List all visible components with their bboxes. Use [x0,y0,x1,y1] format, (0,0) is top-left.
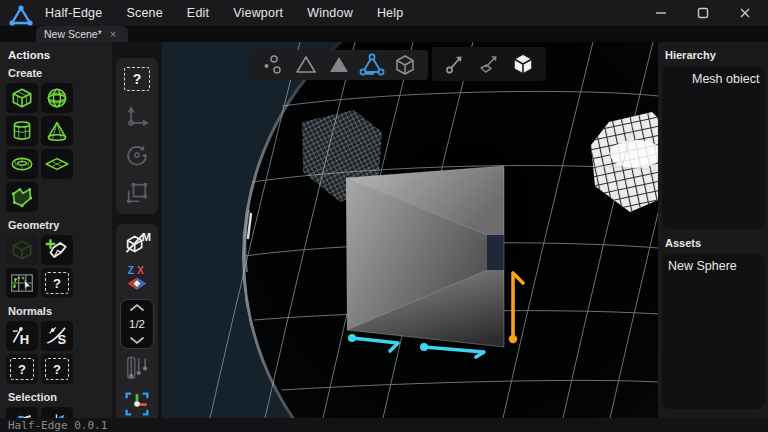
vertex-mode-icon [262,54,284,76]
tab-close-icon[interactable]: × [110,29,116,40]
menu-half-edge[interactable]: Half-Edge [45,6,102,20]
vertex-sliders-icon [123,354,151,384]
svg-text:M: M [142,231,151,243]
normals-unknown-button-2[interactable]: ? [41,354,73,384]
create-cylinder-button[interactable] [6,116,38,146]
rotate-icon [124,142,150,168]
move-icon [124,104,150,130]
menu-bar: Half-Edge Scene Edit Viewport Window Hel… [45,6,403,20]
display-mode-toolbar [432,47,546,81]
section-label-normals: Normals [8,305,106,317]
sphere-icon [44,86,70,110]
torus-icon [9,152,35,176]
selection-grow-edge-button[interactable] [6,407,38,418]
selected-face[interactable] [487,235,504,270]
menu-window[interactable]: Window [307,6,353,20]
extruded-face-frustum[interactable] [346,166,504,347]
chevron-down-icon [129,336,145,345]
edit-face-grid-icon [9,271,35,295]
maximize-button[interactable] [686,2,720,24]
scale-tool-button[interactable] [120,178,154,208]
svg-text:X: X [137,265,144,276]
menu-scene[interactable]: Scene [126,6,162,20]
pivot-crosshair-button[interactable] [120,389,154,419]
tool-column: ? [112,42,162,418]
pivot-crosshair-icon [122,389,152,419]
vertex-sliders-button[interactable] [120,354,154,384]
selection-buttons: ? [6,407,106,418]
half-edge-vertex-cyan-2[interactable] [420,343,428,351]
status-version-text: Half-Edge 0.0.1 [8,419,107,432]
window-controls [644,0,762,26]
create-polygon-button[interactable] [6,182,38,212]
half-edge-mode-icon [359,53,385,77]
question-icon: ? [10,358,34,380]
main-area: Actions Create [0,42,768,418]
create-cone-button[interactable] [41,116,73,146]
question-icon: ? [124,67,150,91]
mirror-plane-zx-button[interactable]: Z X [120,264,154,294]
split-edge-selection-icon [44,410,70,418]
question-icon: ? [45,358,69,380]
status-bar: Half-Edge 0.0.1 [0,418,768,432]
select-mode-toolbar [250,50,428,80]
edge-triangle-icon [294,54,318,76]
object-cube-icon [510,51,536,77]
modifier-tool-panel: M Z X [116,224,158,424]
tab-new-scene[interactable]: New Scene* × [36,26,128,42]
hierarchy-item-mesh-object[interactable]: Mesh obiect [666,72,761,86]
hard-normals-icon: H [9,324,35,348]
grow-edge-selection-icon [9,410,35,418]
menu-viewport[interactable]: Viewport [233,6,283,20]
close-button[interactable] [728,2,762,24]
viewport-render [162,42,658,418]
rotate-tool-button[interactable] [120,140,154,170]
hierarchy-list: Mesh obiect [662,66,765,229]
half-edge-vertex-cyan-1[interactable] [348,334,356,342]
face-normal-display-button[interactable] [476,51,502,77]
move-tool-button[interactable] [120,102,154,132]
menu-help[interactable]: Help [377,6,404,20]
normals-hard-button[interactable]: H [6,321,38,351]
stepper-up-button[interactable] [120,300,154,315]
normals-unknown-button-1[interactable]: ? [6,354,38,384]
minimize-button[interactable] [644,2,678,24]
vertex-normal-display-button[interactable] [442,51,468,77]
svg-text:H: H [20,332,29,347]
menu-edit[interactable]: Edit [187,6,209,20]
polygon-icon [9,185,35,209]
geometry-add-face-button[interactable] [41,235,73,265]
solid-mode-button[interactable] [392,52,418,78]
cube-disabled-icon [9,238,35,262]
create-cube-button[interactable] [6,83,38,113]
geometry-edit-face-button[interactable] [6,268,38,298]
normals-buttons: H S ? ? [6,321,106,384]
vertex-normal-arrow-icon [443,52,467,76]
transform-unknown-button[interactable]: ? [120,64,154,94]
viewport-3d[interactable] [162,42,658,418]
half-edge-mode-button-active[interactable] [359,52,385,78]
create-torus-button[interactable] [6,149,38,179]
svg-text:Z: Z [128,265,135,276]
mirror-plane-zx-icon: Z X [122,264,152,294]
chevron-up-icon [129,303,145,312]
normals-smooth-button[interactable]: S [41,321,73,351]
stepper-down-button[interactable] [120,333,154,348]
asset-item-new-sphere[interactable]: New Sphere [666,259,761,273]
create-sphere-button[interactable] [41,83,73,113]
face-mode-button[interactable] [326,52,352,78]
object-mode-button-active[interactable] [510,51,536,77]
solid-cube-icon [393,53,417,77]
mirror-m-icon: M [123,230,151,258]
geometry-cube-disabled-button [6,235,38,265]
half-edge-vertex-orange[interactable] [509,335,517,343]
create-plane-button[interactable] [41,149,73,179]
geometry-buttons: ? [6,235,106,298]
mirror-modifier-button[interactable]: M [120,229,154,259]
vertex-mode-button[interactable] [260,52,286,78]
edge-mode-button[interactable] [293,52,319,78]
right-panel: Hierarchy Mesh obiect Assets New Sphere [658,42,768,418]
geometry-unknown-button[interactable]: ? [41,268,73,298]
face-normal-arrow-icon [477,52,501,76]
selection-split-edge-button[interactable] [41,407,73,418]
